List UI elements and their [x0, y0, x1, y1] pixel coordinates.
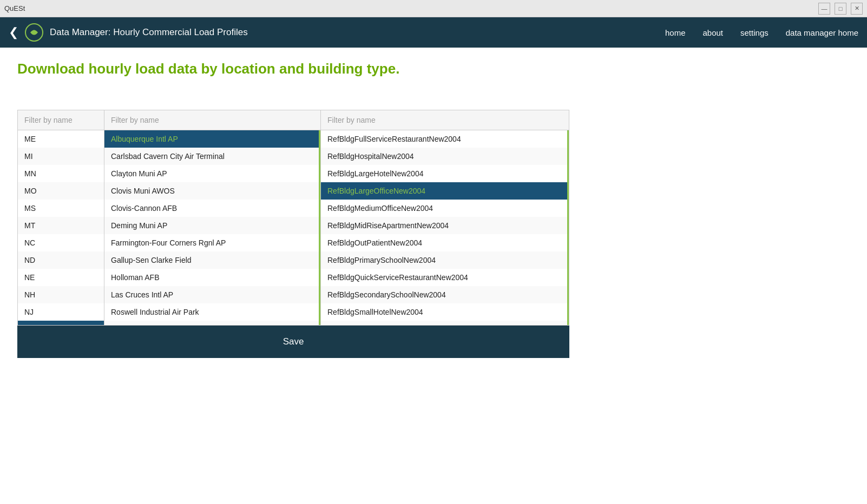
location-list-item[interactable]: Clayton Muni AP	[104, 165, 319, 182]
title-bar: QuESt — □ ✕	[0, 0, 867, 17]
building-list-item[interactable]: RefBldgSecondarySchoolNew2004	[321, 286, 567, 303]
location-list-item[interactable]: Albuquerque Intl AP	[104, 130, 319, 148]
state-list-item[interactable]: MI	[18, 148, 104, 165]
location-list-item[interactable]: Las Cruces Intl AP	[104, 286, 319, 303]
state-list-item[interactable]: NC	[18, 234, 104, 251]
nav-settings-link[interactable]: settings	[740, 28, 769, 37]
bottom-wrapper: MEMIMNMOMSMTNCNDNENHNJNMNV Albuquerque I…	[17, 110, 569, 358]
lists-container: MEMIMNMOMSMTNCNDNENHNJNMNV Albuquerque I…	[17, 110, 569, 326]
state-list-item[interactable]: NJ	[18, 303, 104, 321]
app-title-label: QuESt	[4, 4, 25, 12]
building-list-item[interactable]: RefBldgFullServiceRestaurantNew2004	[321, 130, 567, 148]
location-list-item[interactable]: Holloman AFB	[104, 269, 319, 286]
nav-title: Data Manager: Hourly Commercial Load Pro…	[50, 27, 665, 38]
app-logo	[25, 23, 43, 42]
location-filter-input[interactable]	[104, 110, 320, 130]
building-list-item[interactable]: RefBldgSmallHotelNew2004	[321, 303, 567, 321]
building-list-item[interactable]: RefBldgLargeOfficeNew2004	[321, 182, 567, 200]
location-list-item[interactable]: Clovis-Cannon AFB	[104, 200, 319, 217]
close-button[interactable]: ✕	[851, 3, 863, 15]
building-list-item[interactable]: RefBldgHospitalNew2004	[321, 148, 567, 165]
location-list-item[interactable]: Ruidoso-Sierra Blanca Rgnl AP	[104, 321, 319, 325]
state-filter-input[interactable]	[18, 110, 104, 130]
state-list-item[interactable]: MN	[18, 165, 104, 182]
nav-data-manager-home-link[interactable]: data manager home	[786, 28, 858, 37]
building-list-item[interactable]: RefBldgLargeHotelNew2004	[321, 165, 567, 182]
save-row: Save	[17, 326, 569, 358]
title-bar-controls: — □ ✕	[818, 3, 863, 15]
state-list-item[interactable]: NE	[18, 269, 104, 286]
building-list-item[interactable]: RefBldgMidRiseApartmentNew2004	[321, 217, 567, 234]
page-content: Download hourly load data by location an…	[0, 48, 867, 504]
page-heading: Download hourly load data by location an…	[17, 61, 850, 77]
state-list-scroll[interactable]: MEMIMNMOMSMTNCNDNENHNJNMNV	[18, 130, 104, 325]
building-filter-input[interactable]	[321, 110, 569, 130]
maximize-button[interactable]: □	[835, 3, 846, 15]
title-bar-left: QuESt	[4, 4, 25, 12]
building-list-item[interactable]: RefBldgOutPatientNew2004	[321, 234, 567, 251]
building-list-item[interactable]: RefBldgMediumOfficeNew2004	[321, 200, 567, 217]
state-list-item[interactable]: MT	[18, 217, 104, 234]
nav-home-link[interactable]: home	[665, 28, 686, 37]
save-button[interactable]: Save	[17, 326, 569, 358]
location-list-scroll[interactable]: Albuquerque Intl APCarlsbad Cavern City …	[104, 130, 320, 325]
building-list-item[interactable]: RefBldgPrimarySchoolNew2004	[321, 251, 567, 269]
state-list-panel: MEMIMNMOMSMTNCNDNENHNJNMNV	[17, 110, 104, 326]
location-list-item[interactable]: Farmington-Four Corners Rgnl AP	[104, 234, 319, 251]
nav-bar: ❮ Data Manager: Hourly Commercial Load P…	[0, 17, 867, 48]
back-button[interactable]: ❮	[9, 25, 18, 39]
state-list-item[interactable]: ND	[18, 251, 104, 269]
state-list-item[interactable]: MO	[18, 182, 104, 200]
location-list-item[interactable]: Carlsbad Cavern City Air Terminal	[104, 148, 319, 165]
state-list-item[interactable]: NM	[18, 321, 104, 325]
building-list-scroll[interactable]: RefBldgFullServiceRestaurantNew2004RefBl…	[321, 130, 569, 325]
nav-about-link[interactable]: about	[702, 28, 723, 37]
state-list-item[interactable]: NH	[18, 286, 104, 303]
location-list-panel: Albuquerque Intl APCarlsbad Cavern City …	[104, 110, 320, 326]
state-list-item[interactable]: MS	[18, 200, 104, 217]
location-list-item[interactable]: Gallup-Sen Clarke Field	[104, 251, 319, 269]
building-list-item[interactable]: RefBldgSmallOfficeNew2004	[321, 321, 567, 325]
location-list-item[interactable]: Deming Muni AP	[104, 217, 319, 234]
location-list-item[interactable]: Roswell Industrial Air Park	[104, 303, 319, 321]
building-list-item[interactable]: RefBldgQuickServiceRestaurantNew2004	[321, 269, 567, 286]
minimize-button[interactable]: —	[818, 3, 830, 15]
building-list-panel: RefBldgFullServiceRestaurantNew2004RefBl…	[320, 110, 569, 326]
state-list-item[interactable]: ME	[18, 130, 104, 148]
nav-links: home about settings data manager home	[665, 28, 858, 37]
location-list-item[interactable]: Clovis Muni AWOS	[104, 182, 319, 200]
